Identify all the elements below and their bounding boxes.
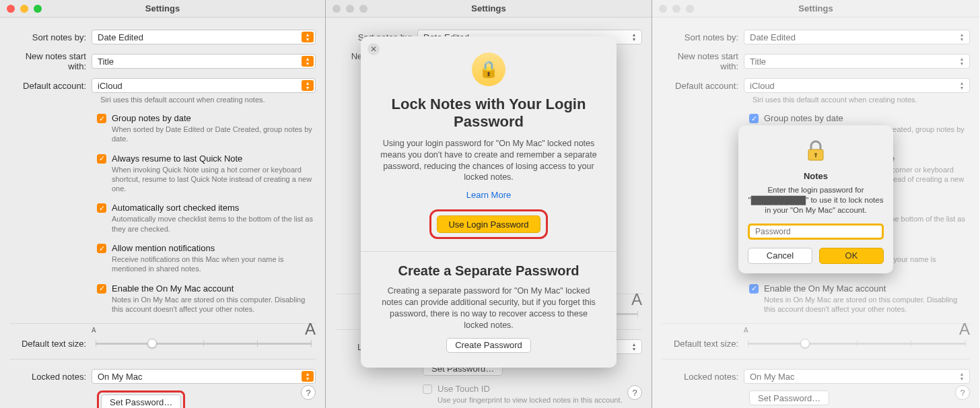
touch-id-checkbox [423,384,432,394]
group-by-date-desc: When sorted by Date Edited or Date Creat… [112,125,316,144]
onmymac-desc: Notes in On My Mac are stored on this co… [112,295,316,314]
text-size-label: Default text size: [662,339,744,349]
locked-notes-value: On My Mac [98,372,142,382]
new-notes-label: New notes start with: [662,51,744,71]
lock-title: Lock Notes with Your Login Password [374,96,603,131]
default-account-label: Default account: [9,81,92,91]
onmymac-checkbox[interactable]: ✓ [749,284,759,294]
svg-rect-2 [815,154,816,158]
mention-checkbox[interactable]: ✓ [97,244,106,253]
set-password-button[interactable]: Set Password… [101,395,181,408]
password-dialog: Notes Enter the login password for "████… [738,125,893,273]
default-account-helper: Siri uses this default account when crea… [100,96,316,104]
divider [9,323,316,324]
cancel-button[interactable]: Cancel [748,248,812,264]
mention-title: Allow mention notifications [112,243,215,253]
new-notes-value: Title [98,57,114,67]
new-notes-value: Title [750,57,766,67]
default-account-label: Default account: [662,81,744,91]
group-by-date-checkbox[interactable]: ✓ [749,114,759,123]
lock-notes-sheet: ✕ 🔒 Lock Notes with Your Login Password … [361,36,617,368]
sort-notes-value: Date Edited [98,32,143,42]
highlight-ring: Set Password… [97,390,185,408]
dialog-title: Notes [748,171,884,181]
chevron-updown-icon: ▴▾ [956,371,968,382]
password-input[interactable] [748,224,884,240]
lock-icon: 🔒 [472,53,505,86]
chevron-updown-icon: ▴▾ [956,56,968,67]
chevron-updown-icon: ▴▾ [302,80,314,91]
close-icon[interactable]: ✕ [368,43,380,55]
autosort-desc: Automatically move checklist items to th… [112,214,316,234]
group-by-date-title: Group notes by date [112,113,191,123]
small-a-icon: A [744,327,748,334]
sort-notes-select[interactable]: Date Edited ▴▾ [92,30,316,44]
window-title: Settings [326,3,652,13]
chevron-updown-icon: ▴▾ [956,80,968,91]
help-button[interactable]: ? [627,385,642,400]
quicknote-title: Always resume to last Quick Note [112,154,242,164]
default-account-select[interactable]: iCloud ▴▾ [92,78,316,93]
create-password-button[interactable]: Create Password [446,338,531,353]
locked-notes-select[interactable]: On My Mac ▴▾ [92,369,316,384]
locked-notes-select[interactable]: On My Mac ▴▾ [744,369,970,384]
sort-notes-value: Date Edited [750,32,796,42]
big-a-icon: A [631,290,642,309]
new-notes-select[interactable]: Title ▴▾ [744,54,970,69]
padlock-icon [801,136,831,166]
locked-notes-value: On My Mac [750,372,794,382]
onmymac-title: Enable the On My Mac account [764,283,886,294]
touch-id-title: Use Touch ID [438,384,490,394]
default-account-value: iCloud [750,81,775,91]
locked-notes-label: Locked notes: [662,372,744,382]
text-size-slider[interactable] [748,343,966,345]
quicknote-checkbox[interactable]: ✓ [97,154,106,164]
divider [9,359,316,360]
onmymac-title: Enable the On My Mac account [112,283,234,294]
dialog-message: Enter the login password for "██████████… [748,185,884,215]
chevron-updown-icon: ▴▾ [628,32,640,42]
sort-notes-label: Sort notes by: [9,32,92,42]
ok-button[interactable]: OK [819,248,884,264]
divider [662,359,970,360]
onmymac-desc: Notes in On My Mac are stored on this co… [764,295,970,314]
slider-thumb[interactable] [147,339,157,348]
quicknote-desc: When invoking Quick Note using a hot cor… [112,165,316,194]
new-notes-select[interactable]: Title ▴▾ [92,54,316,69]
window-title: Settings [0,3,325,13]
group-by-date-checkbox[interactable]: ✓ [97,114,106,123]
mention-desc: Receive notifications on this Mac when y… [112,254,316,274]
big-a-icon: A [959,320,970,339]
chevron-updown-icon: ▴▾ [628,341,640,352]
chevron-updown-icon: ▴▾ [956,32,968,42]
small-a-icon: A [92,327,96,334]
default-account-select[interactable]: iCloud ▴▾ [744,78,970,93]
autosort-checkbox[interactable]: ✓ [97,203,106,213]
group-by-date-title: Group notes by date [764,113,843,123]
separate-password-title: Create a Separate Password [374,263,603,279]
autosort-title: Automatically sort checked items [112,203,239,213]
sort-notes-select[interactable]: Date Edited ▴▾ [744,30,970,44]
chevron-updown-icon: ▴▾ [302,56,314,67]
new-notes-label: New notes start with: [9,51,92,71]
chevron-updown-icon: ▴▾ [302,371,314,382]
slider-thumb[interactable] [800,339,810,348]
text-size-label: Default text size: [9,339,92,349]
divider [361,251,617,252]
window-title: Settings [652,3,979,13]
onmymac-checkbox[interactable]: ✓ [97,284,106,294]
default-account-helper: Siri uses this default account when crea… [753,96,970,104]
help-button[interactable]: ? [301,385,316,400]
text-size-slider[interactable] [96,343,312,345]
locked-notes-label: Locked notes: [9,372,92,382]
help-button[interactable]: ? [955,385,970,400]
big-a-icon: A [305,320,316,339]
learn-more-link[interactable]: Learn More [374,190,603,200]
lock-body: Using your login password for "On My Mac… [377,138,600,184]
separate-password-body: Creating a separate password for "On My … [377,285,600,331]
touch-id-desc: Use your fingerprint to view locked note… [438,395,642,405]
highlight-ring: Use Login Password [429,209,547,239]
set-password-button[interactable]: Set Password… [749,390,829,405]
use-login-password-button[interactable]: Use Login Password [437,215,540,233]
default-account-value: iCloud [98,81,123,91]
